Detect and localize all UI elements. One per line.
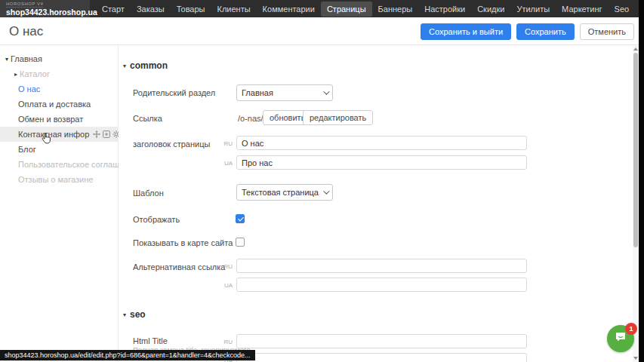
scrollbar-thumb[interactable] [633,53,638,247]
parent-section-label: Родительский раздел [133,88,215,97]
nav-discounts[interactable]: Скидки [471,2,510,17]
tree-item-label: О нас [18,84,40,94]
parent-section-value: Главная [242,88,273,97]
tree-item-oplata[interactable]: Оплата и доставка [0,97,118,112]
logo[interactable]: HOROSHOP V4 shop34423.horoshop.ua [0,0,90,17]
page-header: О нас Сохранить и выйти Сохранить Отмени… [0,17,644,45]
tree-item-glavnaya[interactable]: ▾ Главная [0,51,118,66]
nav-settings[interactable]: Настройки [418,2,471,17]
html-title-ru-input[interactable] [236,334,527,348]
link-path-value: /o-nas/ [238,114,263,123]
tree-item-blog[interactable]: Блог [0,142,118,157]
nav-clients[interactable]: Клиенты [211,2,257,17]
alt-link-label: Альтернативная ссылка [133,262,225,272]
chevron-down-icon: ▾ [123,311,126,318]
nav-products[interactable]: Товары [171,2,211,17]
chat-bubble-icon [614,330,627,347]
pages-tree-sidebar: ▾ Главная ▸ Каталог О нас Оплата и доста… [0,45,119,362]
sitemap-checkbox[interactable] [236,238,245,247]
logo-version: HOROSHOP V4 [6,2,43,8]
chat-unread-badge: 1 [625,323,637,335]
nav-start[interactable]: Старт [96,2,131,17]
template-select[interactable]: Текстовая страница [236,184,333,201]
display-checkbox[interactable] [236,214,245,223]
template-label: Шаблон [133,189,164,198]
chevron-right-icon[interactable]: ▸ [12,71,20,78]
tree-item-label: Главная [11,54,42,63]
scroll-up-arrow-icon[interactable] [633,48,638,51]
lang-ua-tag: UA [222,160,233,167]
nav-orders[interactable]: Заказы [131,2,171,17]
nav-utilities[interactable]: Утилиты [510,2,556,17]
tree-item-label: Оплата и доставка [18,100,91,109]
lang-ru-tag: RU [222,140,233,147]
header-actions: Сохранить и выйти Сохранить Отменить [421,23,634,40]
page-heading-ua-input[interactable] [236,155,527,170]
tree-item-o-nas[interactable]: О нас [0,81,118,97]
nav-pages[interactable]: Страницы [321,2,372,17]
page-title: О нас [9,24,43,39]
logo-domain: shop34423.horoshop.ua [6,8,85,17]
sitemap-label: Показывать в карте сайта [133,238,233,247]
scroll-down-arrow-icon[interactable] [633,357,638,360]
section-common-title: common [130,60,168,71]
page-heading-label: заголовок страницы [133,140,210,149]
template-value: Текстовая страница [242,188,319,197]
chevron-down-icon [323,188,329,194]
chevron-down-icon: ▾ [123,63,126,69]
nav-marketing[interactable]: Маркетинг [556,2,608,17]
save-button[interactable]: Сохранить [516,23,575,40]
parent-section-select[interactable]: Главная [236,84,333,101]
save-and-exit-button[interactable]: Сохранить и выйти [421,23,511,40]
lang-ru-tag: RU [222,263,233,270]
page-heading-ru-input[interactable] [236,136,527,150]
section-common-toggle[interactable]: ▾ common [123,60,168,71]
screen-edge-strip [639,0,644,362]
move-icon[interactable] [93,130,100,138]
tree-item-soglashenie[interactable]: Пользовательское соглашение [0,157,118,172]
lang-ru-tag: RU [222,339,233,345]
lang-ua-tag: UA [222,282,233,289]
alt-link-ru-input[interactable] [236,259,527,273]
section-seo-title: seo [130,309,146,320]
main-nav: Старт Заказы Товары Клиенты Комментарии … [96,0,644,17]
tree-item-label: Блог [18,145,36,154]
app-root: HOROSHOP V4 shop34423.horoshop.ua Старт … [0,0,644,362]
nav-seo[interactable]: Seo [609,2,636,17]
section-seo-toggle[interactable]: ▾ seo [123,309,146,320]
tree-item-label: Обмен и возврат [18,115,83,124]
cancel-button[interactable]: Отменить [580,23,634,40]
link-edit-button[interactable]: редактировать [303,110,373,125]
add-page-icon[interactable] [103,130,110,138]
alt-link-ua-input[interactable] [236,278,527,292]
vertical-scrollbar[interactable] [633,45,639,362]
tree-item-label: Отзывы о магазине [18,175,93,184]
html-title-label: Html Title [133,336,168,345]
chevron-down-icon [323,88,329,94]
tree-item-label: Каталог [20,69,50,78]
link-label: Ссылка [133,114,162,123]
link-preview-statusbar: shop34423.horoshop.ua/edit/edit.php?id=6… [0,350,255,360]
nav-banners[interactable]: Баннеры [372,2,419,17]
tree-item-kontaktnaya[interactable]: Контактная инфор [0,127,118,142]
topbar: HOROSHOP V4 shop34423.horoshop.ua Старт … [0,0,644,17]
tree-item-otzyvy[interactable]: Отзывы о магазине [0,172,118,187]
tree-item-obmen[interactable]: Обмен и возврат [0,112,118,127]
nav-comments[interactable]: Комментарии [257,2,321,17]
display-label: Отображать [133,215,180,224]
page-edit-form: ▾ common Родительский раздел Главная Ссы… [119,45,633,362]
chevron-down-icon[interactable]: ▾ [3,56,11,63]
html-title-ua-input[interactable] [236,353,527,362]
tree-item-katalog[interactable]: ▸ Каталог [0,66,118,81]
tree-item-label: Контактная инфор [18,130,89,139]
